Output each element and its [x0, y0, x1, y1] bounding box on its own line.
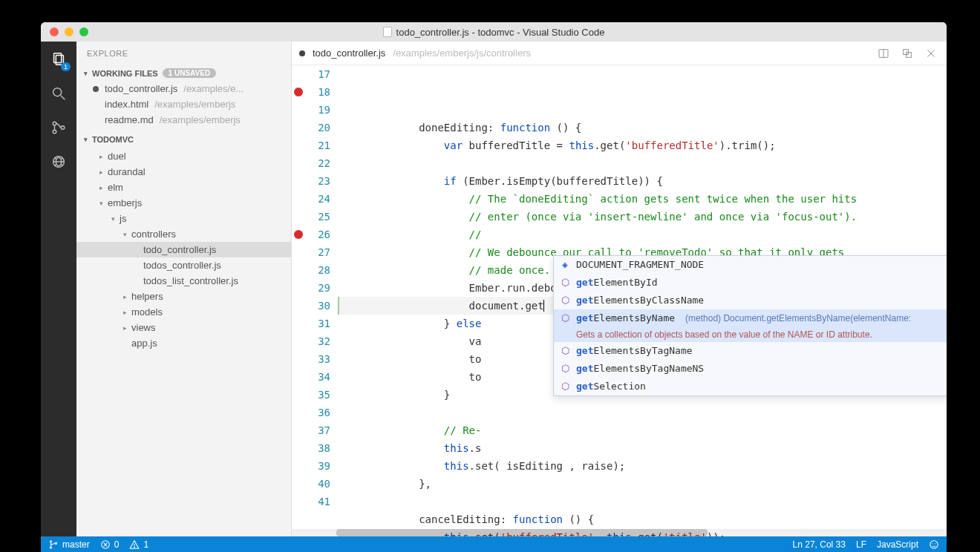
tree-folder[interactable]: ▸duel	[76, 148, 291, 164]
keyword-icon: ◈	[560, 260, 570, 270]
scm-view-button[interactable]	[48, 117, 69, 138]
warnings-status[interactable]: 1	[129, 539, 148, 550]
code-line[interactable]: cancelEditing: function () {	[338, 510, 947, 528]
tree-file[interactable]: todos_list_controller.js	[76, 273, 291, 289]
line-number[interactable]: 25	[292, 208, 330, 226]
tab-filepath: /examples/emberjs/js/controllers	[393, 47, 531, 59]
working-file-item[interactable]: index.html /examples/emberjs	[76, 96, 291, 112]
eol-status[interactable]: LF	[856, 539, 866, 550]
code-line[interactable]	[338, 404, 947, 421]
close-tab-button[interactable]	[923, 45, 939, 62]
line-number[interactable]: 26	[292, 226, 330, 243]
autocomplete-label: getElementById	[576, 275, 658, 290]
cursor-position-status[interactable]: Ln 27, Col 33	[793, 539, 846, 550]
autocomplete-item[interactable]: ⬡getElementsByTagNameNS	[554, 360, 947, 378]
tree-label: controllers	[131, 229, 176, 240]
line-number[interactable]: 17	[292, 65, 330, 83]
tree-folder[interactable]: ▸models	[76, 304, 291, 320]
tree-file[interactable]: todo_controller.js	[76, 242, 291, 257]
line-number[interactable]: 24	[292, 190, 330, 208]
autocomplete-item[interactable]: ⬡getElementsByName(method) Document.getE…	[554, 309, 947, 327]
autocomplete-item[interactable]: ⬡getElementById	[554, 274, 947, 292]
svg-point-21	[50, 547, 51, 548]
svg-point-28	[930, 541, 938, 549]
line-number[interactable]: 39	[292, 457, 330, 475]
line-number[interactable]: 41	[292, 493, 330, 510]
open-changes-button[interactable]	[899, 45, 915, 62]
line-number[interactable]: 18	[292, 83, 330, 101]
line-number[interactable]: 33	[292, 350, 330, 368]
svg-point-27	[134, 547, 135, 548]
method-icon: ⬡	[560, 381, 570, 392]
working-files-list: todo_controller.js /examples/e...index.h…	[76, 81, 291, 128]
code-line[interactable]	[338, 493, 947, 510]
svg-point-4	[53, 122, 56, 125]
explorer-view-button[interactable]: 1	[48, 49, 69, 70]
feedback-button[interactable]	[929, 539, 939, 550]
caret-right-icon: ▸	[121, 293, 128, 300]
code-line[interactable]: // enter (once via 'insert-newline' and …	[338, 208, 947, 226]
line-number[interactable]: 31	[292, 315, 330, 332]
autocomplete-item[interactable]: ⬡getSelection	[554, 378, 947, 395]
svg-line-11	[61, 158, 63, 160]
errors-status[interactable]: 0	[100, 539, 120, 550]
line-number[interactable]: 22	[292, 154, 330, 172]
editor-area: todo_controller.js /examples/emberjs/js/…	[292, 42, 947, 536]
line-number[interactable]: 29	[292, 279, 330, 297]
tree-file[interactable]: app.js	[76, 335, 291, 351]
code-editor[interactable]: 1718192021222324252627282930313233343536…	[292, 65, 947, 536]
svg-point-2	[53, 88, 62, 96]
horizontal-scrollbar[interactable]	[292, 529, 947, 536]
tree-folder[interactable]: ▸helpers	[76, 289, 291, 304]
tree-folder[interactable]: ▾emberjs	[76, 195, 291, 211]
line-number[interactable]: 30	[292, 297, 330, 315]
code-line[interactable]: var bufferedTitle = this.get('bufferedTi…	[338, 137, 947, 154]
line-number[interactable]: 21	[292, 137, 330, 154]
autocomplete-item[interactable]: ◈DOCUMENT_FRAGMENT_NODE	[554, 256, 947, 274]
git-branch-status[interactable]: master	[48, 539, 90, 550]
tree-file[interactable]: todos_controller.js	[76, 257, 291, 273]
line-number[interactable]: 36	[292, 404, 330, 421]
line-number[interactable]: 34	[292, 368, 330, 386]
autocomplete-item[interactable]: ⬡getElementsByTagName	[554, 342, 947, 360]
line-number[interactable]: 32	[292, 332, 330, 350]
code-line[interactable]: // The `doneEditing` action gets sent tw…	[338, 190, 947, 208]
line-number[interactable]: 37	[292, 421, 330, 439]
code-line[interactable]: this.s	[338, 439, 947, 457]
line-number[interactable]: 40	[292, 475, 330, 493]
project-section[interactable]: ▾ TODOMVC	[76, 132, 291, 147]
line-number[interactable]: 27	[292, 243, 330, 261]
tree-folder[interactable]: ▾controllers	[76, 226, 291, 242]
line-number[interactable]: 35	[292, 386, 330, 404]
tree-folder[interactable]: ▸elm	[76, 180, 291, 195]
code-line[interactable]: },	[338, 475, 947, 493]
code-line[interactable]: if (Ember.isEmpty(bufferedTitle)) {	[338, 172, 947, 190]
tree-folder[interactable]: ▾js	[76, 211, 291, 226]
line-number[interactable]: 38	[292, 439, 330, 457]
code-line[interactable]: doneEditing: function () {	[338, 119, 947, 137]
line-number[interactable]: 23	[292, 172, 330, 190]
code-line[interactable]	[338, 154, 947, 172]
debug-view-button[interactable]	[48, 151, 69, 172]
line-number[interactable]: 28	[292, 261, 330, 279]
line-number[interactable]: 19	[292, 101, 330, 119]
working-files-section[interactable]: ▾ WORKING FILES 1 UNSAVED	[76, 65, 291, 81]
code-line[interactable]: // Re-	[338, 421, 947, 439]
caret-down-icon: ▾	[84, 70, 88, 77]
working-file-item[interactable]: readme.md /examples/emberjs	[76, 112, 291, 128]
tree-folder[interactable]: ▸views	[76, 320, 291, 335]
svg-point-29	[932, 543, 933, 544]
autocomplete-item[interactable]: ⬡getElementsByClassName	[554, 292, 947, 309]
autocomplete-popup[interactable]: ◈DOCUMENT_FRAGMENT_NODE⬡getElementById⬡g…	[553, 255, 947, 396]
tab-filename[interactable]: todo_controller.js	[313, 47, 385, 59]
code-line[interactable]: this.set( isEditing , raise);	[338, 457, 947, 475]
tree-folder[interactable]: ▸durandal	[76, 164, 291, 180]
search-view-button[interactable]	[48, 83, 69, 104]
split-editor-button[interactable]	[875, 45, 892, 62]
language-status[interactable]: JavaScript	[877, 539, 918, 550]
code-line[interactable]: //	[338, 226, 947, 243]
working-file-item[interactable]: todo_controller.js /examples/e...	[76, 81, 291, 96]
svg-rect-0	[54, 53, 62, 63]
line-number[interactable]: 20	[292, 119, 330, 137]
modified-dot-icon	[93, 86, 99, 92]
